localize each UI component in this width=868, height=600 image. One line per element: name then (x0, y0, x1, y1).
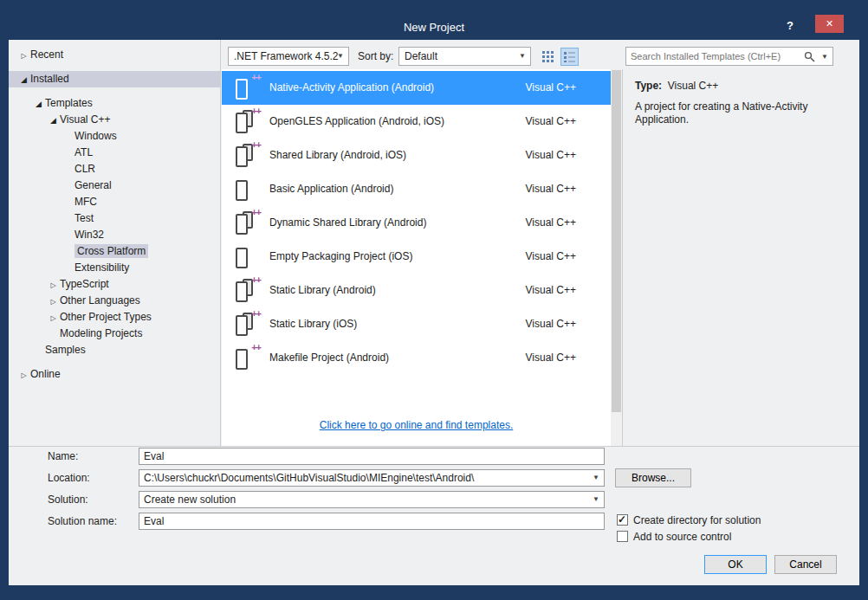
sidebar-item-label: Windows (74, 130, 117, 142)
template-language: Visual C++ (526, 216, 576, 229)
cancel-button[interactable]: Cancel (774, 555, 837, 574)
android-phone-icon (234, 245, 258, 269)
collapsed-arrow-icon[interactable]: ▷ (47, 277, 60, 294)
sidebar-item-typescript[interactable]: ▷TypeScript (9, 276, 220, 293)
template-name: Makefile Project (Android) (269, 352, 389, 364)
name-label: Name: (48, 450, 78, 462)
new-project-window: New Project ? ✕ .NET Framework 4.5.2 ▼ S… (0, 0, 868, 600)
sidebar-item-visual-c[interactable]: ◢Visual C++ (9, 112, 220, 128)
template-item-native-activity-application-android[interactable]: ++Native-Activity Application (Android)V… (222, 71, 611, 105)
collapsed-arrow-icon[interactable]: ▷ (17, 48, 30, 64)
browse-button[interactable]: Browse... (615, 468, 691, 487)
source-control-checkbox[interactable]: Add to source control (617, 531, 731, 544)
collapsed-arrow-icon[interactable]: ▷ (17, 367, 30, 384)
sidebar-item-templates[interactable]: ◢Templates (9, 95, 220, 112)
sidebar-item-mfc[interactable]: MFC (9, 194, 220, 210)
sidebar-item-general[interactable]: General (9, 177, 220, 194)
expanded-arrow-icon[interactable]: ◢ (32, 96, 45, 113)
collapsed-arrow-icon[interactable]: ▷ (47, 294, 60, 310)
location-combo[interactable]: ▼ (139, 469, 605, 487)
template-language: Visual C++ (526, 352, 576, 364)
collapsed-arrow-icon[interactable]: ▷ (47, 310, 60, 326)
sidebar-item-label: MFC (74, 196, 97, 208)
sidebar-item-online[interactable]: ▷Online (9, 366, 220, 383)
sidebar-item-modeling-projects[interactable]: Modeling Projects (9, 326, 220, 342)
template-list: ++Native-Activity Application (Android)V… (222, 69, 611, 446)
chevron-down-icon[interactable]: ▼ (593, 470, 599, 486)
create-directory-label: Create directory for solution (633, 514, 761, 526)
sidebar-item-win32[interactable]: Win32 (9, 227, 220, 243)
create-directory-checkbox[interactable]: Create directory for solution (617, 514, 761, 527)
sidebar-item-cross-platform[interactable]: Cross Platform (9, 243, 220, 260)
template-item-basic-application-android[interactable]: Basic Application (Android)Visual C++ (222, 172, 611, 206)
sidebar-item-label: Recent (30, 48, 63, 61)
android-phones-plus-icon: ++ (234, 313, 258, 337)
location-input[interactable] (139, 470, 586, 486)
template-language: Visual C++ (526, 115, 576, 127)
template-item-opengles-application-android-ios[interactable]: ++OpenGLES Application (Android, iOS)Vis… (222, 105, 611, 139)
framework-dropdown[interactable]: .NET Framework 4.5.2 ▼ (228, 47, 349, 66)
android-phones-plus-icon: ++ (234, 279, 258, 303)
small-icons-view-button[interactable] (539, 48, 557, 66)
sidebar-item-atl[interactable]: ATL (9, 145, 220, 161)
sidebar-item-label: Other Project Types (60, 311, 152, 323)
template-name: Static Library (iOS) (269, 318, 357, 330)
template-name: OpenGLES Application (Android, iOS) (269, 115, 444, 127)
checkbox-icon[interactable] (617, 531, 628, 542)
android-phone-plus-icon: ++ (234, 76, 258, 100)
template-item-static-library-android[interactable]: ++Static Library (Android)Visual C++ (222, 274, 611, 307)
sidebar-item-extensibility[interactable]: Extensibility (9, 260, 220, 276)
sidebar-item-label: Templates (45, 97, 93, 109)
sidebar-item-label: Extensibility (74, 261, 129, 274)
android-phones-plus-icon: ++ (234, 144, 258, 168)
search-input[interactable] (631, 48, 800, 64)
sidebar-item-test[interactable]: Test (9, 210, 220, 227)
template-language: Visual C++ (526, 183, 576, 195)
template-item-empty-packaging-project-ios[interactable]: Empty Packaging Project (iOS)Visual C++ (222, 240, 611, 274)
sidebar-item-recent[interactable]: ▷Recent (9, 47, 220, 63)
template-item-makefile-project-android[interactable]: ++Makefile Project (Android)Visual C++ (222, 341, 611, 375)
search-icon[interactable] (804, 51, 815, 65)
sidebar-item-installed[interactable]: ◢Installed (9, 71, 220, 87)
template-item-dynamic-shared-library-android[interactable]: ++Dynamic Shared Library (Android)Visual… (222, 206, 611, 240)
close-button[interactable]: ✕ (815, 15, 844, 33)
checkbox-icon[interactable] (617, 514, 628, 526)
ok-button[interactable]: OK (704, 555, 767, 574)
search-box[interactable]: ▼ (625, 47, 833, 66)
scrollbar-thumb[interactable] (612, 70, 621, 412)
chevron-down-icon[interactable]: ▼ (821, 48, 828, 65)
template-item-static-library-ios[interactable]: ++Static Library (iOS)Visual C++ (222, 307, 611, 341)
template-language: Visual C++ (526, 149, 576, 161)
type-value: Visual C++ (668, 80, 718, 92)
solution-dropdown-value: Create new solution (144, 494, 236, 506)
sidebar-item-other-languages[interactable]: ▷Other Languages (9, 293, 220, 309)
sidebar-item-other-project-types[interactable]: ▷Other Project Types (9, 309, 220, 326)
chevron-down-icon: ▼ (337, 48, 344, 65)
solution-label: Solution: (48, 494, 88, 506)
solution-name-input[interactable] (139, 513, 605, 530)
sidebar-item-windows[interactable]: Windows (9, 128, 220, 145)
template-language: Visual C++ (526, 81, 576, 94)
solution-dropdown[interactable]: Create new solution ▼ (139, 491, 605, 508)
list-scrollbar[interactable] (611, 69, 622, 446)
sidebar-item-clr[interactable]: CLR (9, 161, 220, 177)
online-templates-link[interactable]: Click here to go online and find templat… (222, 419, 611, 431)
android-phone-plus-icon: ++ (234, 346, 258, 371)
expanded-arrow-icon[interactable]: ◢ (47, 113, 60, 129)
sidebar-item-label: Test (74, 212, 94, 224)
template-item-shared-library-android-ios[interactable]: ++Shared Library (Android, iOS)Visual C+… (222, 139, 611, 172)
location-label: Location: (48, 472, 90, 484)
sort-dropdown[interactable]: Default ▼ (398, 47, 531, 66)
sidebar-item-label: Visual C++ (60, 113, 110, 126)
help-icon[interactable]: ? (787, 19, 794, 32)
list-view-button[interactable] (560, 48, 579, 66)
sidebar-item-samples[interactable]: Samples (9, 342, 220, 358)
android-phone-icon (234, 177, 258, 202)
category-tree: ▷Recent◢Installed◢Templates◢Visual C++Wi… (9, 40, 221, 446)
sidebar-item-label: TypeScript (60, 278, 109, 290)
expanded-arrow-icon[interactable]: ◢ (17, 72, 30, 88)
template-name: Empty Packaging Project (iOS) (269, 250, 412, 262)
sidebar-item-label: Modeling Projects (60, 327, 142, 339)
name-input[interactable] (139, 448, 605, 465)
type-label: Type: (635, 80, 662, 92)
